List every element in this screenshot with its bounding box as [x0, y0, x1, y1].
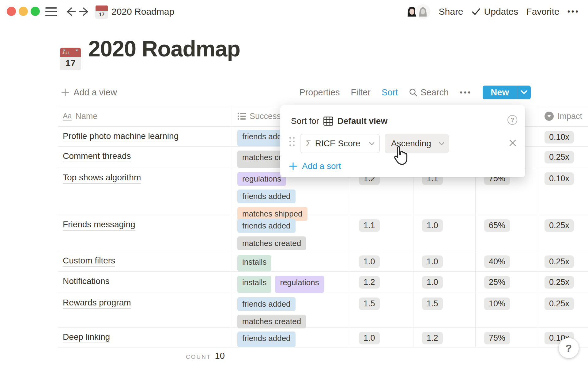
sort-for-label: Sort for — [291, 116, 319, 126]
collaborator-avatars[interactable] — [404, 4, 431, 20]
impact-cell[interactable]: 0.25x — [537, 147, 588, 168]
drag-handle-icon[interactable] — [289, 137, 295, 146]
topbar-actions: Share Updates Favorite ••• — [404, 0, 580, 23]
view-name: Default view — [337, 116, 387, 126]
numeric-cell[interactable]: 1.5 — [413, 293, 476, 328]
column-header-name[interactable]: Aa Name — [58, 106, 231, 127]
search-label: Search — [420, 87, 449, 98]
impact-cell[interactable]: 0.25x — [537, 215, 588, 251]
text-property-icon: Aa — [63, 112, 72, 121]
table-row-name[interactable]: Friends messaging — [58, 215, 231, 251]
table-view-icon — [323, 117, 333, 126]
new-button[interactable]: New — [483, 86, 531, 99]
success-tags-cell[interactable]: friends added — [231, 328, 350, 347]
multi-select-icon — [237, 112, 246, 120]
table-row-name[interactable]: Notifications — [58, 272, 231, 293]
back-arrow-icon[interactable] — [65, 6, 76, 17]
tag[interactable]: friends added — [237, 219, 296, 233]
new-dropdown-button[interactable] — [517, 86, 531, 99]
popover-help-icon[interactable]: ? — [507, 115, 517, 125]
column-header-impact[interactable]: Impact — [537, 106, 588, 127]
table-row-name[interactable]: Comment threads — [58, 147, 231, 168]
impact-cell[interactable]: 0.10x — [537, 168, 588, 215]
impact-cell[interactable]: 0.25x — [537, 293, 588, 328]
percent-cell[interactable]: 25% — [476, 272, 537, 293]
add-view-button[interactable]: Add a view — [61, 86, 117, 99]
more-options-button[interactable]: ••• — [567, 7, 579, 16]
window-close-button[interactable] — [7, 7, 16, 16]
count-value: 10 — [215, 351, 225, 361]
view-more-button[interactable]: ••• — [460, 88, 472, 97]
tag[interactable]: installs — [237, 255, 271, 271]
tag[interactable]: friends added — [237, 190, 296, 203]
filter-button[interactable]: Filter — [351, 87, 371, 98]
table-row-name[interactable]: Deep linking — [58, 328, 231, 347]
remove-sort-button[interactable] — [507, 138, 518, 148]
updates-label: Updates — [484, 6, 518, 17]
tag[interactable]: regulations — [237, 172, 286, 186]
impact-cell[interactable]: 0.10x — [537, 127, 588, 147]
hand-cursor-icon — [391, 145, 410, 168]
success-tags-cell[interactable]: installs regulations — [231, 272, 350, 293]
window-minimize-button[interactable] — [19, 7, 28, 16]
search-button[interactable]: Search — [409, 87, 449, 98]
table-row-name[interactable]: Custom filters — [58, 251, 231, 272]
share-button[interactable]: Share — [439, 6, 463, 17]
numeric-cell[interactable]: 1.0 — [413, 251, 476, 272]
app-window: 17 2020 Roadmap Share Updates Favorite •… — [0, 0, 588, 368]
properties-button[interactable]: Properties — [299, 87, 340, 98]
numeric-cell[interactable]: 1.0 — [350, 328, 413, 347]
help-button[interactable]: ? — [559, 338, 579, 358]
impact-cell[interactable]: 0.25x — [537, 251, 588, 272]
view-toolbar: Properties Filter Sort Search ••• New — [299, 86, 531, 99]
sort-popover-title: Sort for Default view — [291, 116, 387, 126]
breadcrumb-doc-title[interactable]: 2020 Roadmap — [111, 0, 174, 23]
select-property-icon — [545, 112, 554, 121]
tag[interactable]: friends added — [237, 297, 296, 311]
tag[interactable]: matches created — [237, 236, 306, 250]
favorite-button[interactable]: Favorite — [526, 6, 559, 17]
table-row-name[interactable]: Top shows algorithm — [58, 168, 231, 215]
percent-cell[interactable]: 10% — [476, 293, 537, 328]
numeric-cell[interactable]: 1.2 — [350, 272, 413, 293]
table-row-name[interactable]: Rewards program — [58, 293, 231, 328]
percent-cell[interactable]: 75% — [476, 328, 537, 347]
success-tags-cell[interactable]: friends added matches created — [231, 293, 350, 328]
add-sort-button[interactable]: Add a sort — [289, 161, 341, 171]
tag[interactable]: matches created — [237, 315, 306, 328]
forward-arrow-icon[interactable] — [79, 6, 90, 17]
numeric-cell[interactable]: 1.0 — [413, 272, 476, 293]
avatar — [415, 4, 431, 20]
updates-button[interactable]: Updates — [471, 6, 518, 17]
numeric-cell[interactable]: 1.0 — [350, 251, 413, 272]
success-tags-cell[interactable]: installs — [231, 251, 350, 272]
sort-field-select[interactable]: Σ RICE Score — [300, 134, 380, 153]
page-title: 2020 Roadmap — [88, 36, 240, 61]
tag[interactable]: installs — [237, 276, 271, 293]
row-count: COUNT 10 — [186, 351, 225, 361]
checkmark-icon — [471, 7, 481, 16]
percent-cell[interactable]: 65% — [476, 215, 537, 251]
tag[interactable]: friends added — [237, 332, 296, 347]
doc-calendar-icon: 17 — [96, 6, 108, 18]
numeric-cell[interactable]: 1.5 — [350, 293, 413, 328]
formula-sigma-icon: Σ — [306, 139, 311, 148]
numeric-cell[interactable]: 1.1 — [350, 215, 413, 251]
plus-icon — [289, 162, 297, 171]
window-zoom-button[interactable] — [31, 7, 40, 16]
numeric-cell[interactable]: 1.0 — [413, 215, 476, 251]
add-sort-label: Add a sort — [302, 161, 341, 171]
chevron-down-icon — [439, 142, 444, 145]
plus-icon — [61, 88, 69, 96]
tag[interactable]: regulations — [275, 276, 324, 293]
search-icon — [409, 88, 417, 97]
success-tags-cell[interactable]: friends added matches created — [231, 215, 350, 251]
chevron-down-icon — [521, 90, 527, 94]
impact-cell[interactable]: 0.25x — [537, 272, 588, 293]
page-calendar-icon[interactable]: JUL 17 — [60, 48, 81, 70]
numeric-cell[interactable]: 1.2 — [413, 328, 476, 347]
sort-button[interactable]: Sort — [382, 87, 398, 98]
table-row-name[interactable]: Profile photo machine learning — [58, 127, 231, 147]
sidebar-menu-icon[interactable] — [45, 7, 57, 16]
percent-cell[interactable]: 40% — [476, 251, 537, 272]
